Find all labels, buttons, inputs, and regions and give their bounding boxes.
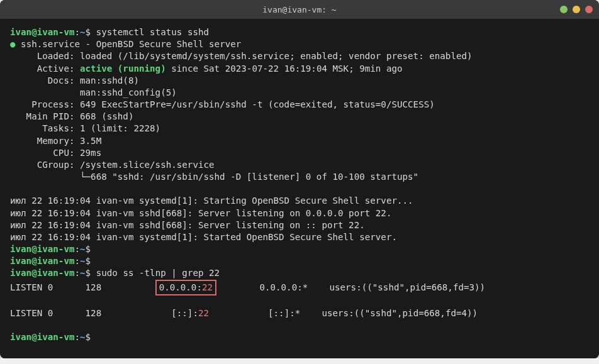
status-mainpid: Main PID: 668 (sshd) xyxy=(10,111,589,123)
terminal-window: ivan@ivan-vm: ~ ivan@ivan-vm:~$ systemct… xyxy=(0,0,599,358)
memory-value: 3.5M xyxy=(75,136,102,146)
cgroup-label: CGroup: xyxy=(10,160,75,170)
prompt-userhost: ivan@ivan-vm xyxy=(10,27,75,37)
prompt-userhost: ivan@ivan-vm xyxy=(10,244,75,254)
loaded-value: loaded (/lib/systemd/system/ssh.service;… xyxy=(75,51,473,61)
window-title: ivan@ivan-vm: ~ xyxy=(262,5,336,14)
prompt-line-3: ivan@ivan-vm:~$ xyxy=(10,255,589,267)
ss-row2-port: 22 xyxy=(198,308,209,318)
titlebar: ivan@ivan-vm: ~ xyxy=(0,0,599,19)
prompt-userhost: ivan@ivan-vm xyxy=(10,256,75,266)
prompt-userhost: ivan@ivan-vm xyxy=(10,332,75,342)
prompt-sep: : xyxy=(75,268,81,278)
log-line-3: июл 22 16:19:04 ivan-vm sshd[668]: Serve… xyxy=(10,219,589,231)
prompt-path: ~ xyxy=(80,332,86,342)
tasks-label: Tasks: xyxy=(10,123,75,133)
prompt-line-2: ivan@ivan-vm:~$ xyxy=(10,243,589,255)
process-value: 649 ExecStartPre=/usr/sbin/sshd -t (code… xyxy=(75,99,435,109)
ss-row2-post: [::]:* users:(("sshd",pid=668,fd=4)) xyxy=(209,308,478,318)
prompt-sep: : xyxy=(75,256,81,266)
status-tasks: Tasks: 1 (limit: 2228) xyxy=(10,123,589,135)
prompt-dollar: $ xyxy=(86,256,91,266)
status-docs: Docs: man:sshd(8) xyxy=(10,75,589,87)
prompt-dollar: $ xyxy=(86,332,91,342)
tasks-value: 1 (limit: 2228) xyxy=(75,123,161,133)
status-header: ● ssh.service - OpenBSD Secure Shell ser… xyxy=(10,38,589,50)
memory-label: Memory: xyxy=(10,136,75,146)
prompt-sep: : xyxy=(75,244,81,254)
ss-row1-pre: LISTEN 0 128 xyxy=(10,282,155,292)
status-cgroup: CGroup: /system.slice/ssh.service xyxy=(10,159,589,171)
highlight-box: 0.0.0.0:22 xyxy=(155,280,216,295)
prompt-path: ~ xyxy=(80,256,86,266)
prompt-dollar: $ xyxy=(86,27,91,37)
prompt-userhost: ivan@ivan-vm xyxy=(10,268,75,278)
active-label: Active: xyxy=(10,63,75,74)
log-line-1: июл 22 16:19:04 ivan-vm systemd[1]: Star… xyxy=(10,195,589,207)
prompt-path: ~ xyxy=(80,27,86,37)
command-1: systemctl status sshd xyxy=(96,27,209,37)
cpu-label: CPU: xyxy=(10,148,75,158)
log-line-4: июл 22 16:19:04 ivan-vm systemd[1]: Star… xyxy=(10,231,589,243)
prompt-path: ~ xyxy=(80,244,86,254)
status-docs2: man:sshd_config(5) xyxy=(10,87,589,99)
prompt-dollar: $ xyxy=(86,244,91,254)
status-process: Process: 649 ExecStartPre=/usr/sbin/sshd… xyxy=(10,99,589,111)
log-line-2: июл 22 16:19:04 ivan-vm sshd[668]: Serve… xyxy=(10,207,589,219)
window-controls xyxy=(560,6,593,13)
process-label: Process: xyxy=(10,99,75,109)
active-value: active (running) xyxy=(75,63,166,74)
status-memory: Memory: 3.5M xyxy=(10,135,589,147)
prompt-line-5: ivan@ivan-vm:~$ xyxy=(10,331,589,343)
cpu-value: 29ms xyxy=(75,148,102,158)
status-cpu: CPU: 29ms xyxy=(10,147,589,159)
docs-label: Docs: xyxy=(10,75,75,85)
ss-row1-addr: 0.0.0.0: xyxy=(159,282,202,292)
ss-row1-port: 22 xyxy=(202,282,213,292)
command-2: sudo ss -tlnp | grep 22 xyxy=(96,268,220,278)
prompt-line-1: ivan@ivan-vm:~$ systemctl status sshd xyxy=(10,26,589,38)
prompt-dollar: $ xyxy=(86,268,91,278)
active-since: since Sat 2023-07-22 16:19:04 MSK; 9min … xyxy=(166,63,403,74)
prompt-path: ~ xyxy=(80,268,86,278)
mainpid-label: Main PID: xyxy=(10,111,75,121)
prompt-line-4: ivan@ivan-vm:~$ sudo ss -tlnp | grep 22 xyxy=(10,267,589,279)
cgroup-value: /system.slice/ssh.service xyxy=(75,160,215,170)
prompt-sep: : xyxy=(75,27,81,37)
ss-row-1: LISTEN 0 128 0.0.0.0:22 0.0.0.0:* users:… xyxy=(10,280,589,295)
status-service: ssh.service - OpenBSD Secure Shell serve… xyxy=(21,39,241,49)
ss-row2-pre: LISTEN 0 128 [::]: xyxy=(10,308,198,318)
status-active: Active: active (running) since Sat 2023-… xyxy=(10,63,589,75)
maximize-icon[interactable] xyxy=(573,6,580,13)
status-cgroup-tree: └─668 "sshd: /usr/sbin/sshd -D [listener… xyxy=(10,171,589,183)
status-loaded: Loaded: loaded (/lib/systemd/system/ssh.… xyxy=(10,50,589,62)
prompt-sep: : xyxy=(75,332,81,342)
minimize-icon[interactable] xyxy=(560,6,568,13)
terminal-body[interactable]: ivan@ivan-vm:~$ systemctl status sshd● s… xyxy=(0,19,599,358)
ss-row1-post: 0.0.0.0:* users:(("sshd",pid=668,fd=3)) xyxy=(216,282,485,292)
docs-value-1: man:sshd(8) xyxy=(75,75,140,85)
status-dot-icon: ● xyxy=(10,39,16,49)
ss-row-2: LISTEN 0 128 [::]:22 [::]:* users:(("ssh… xyxy=(10,307,589,319)
loaded-label: Loaded: xyxy=(10,51,75,61)
close-icon[interactable] xyxy=(585,6,593,13)
mainpid-value: 668 (sshd) xyxy=(75,111,134,121)
